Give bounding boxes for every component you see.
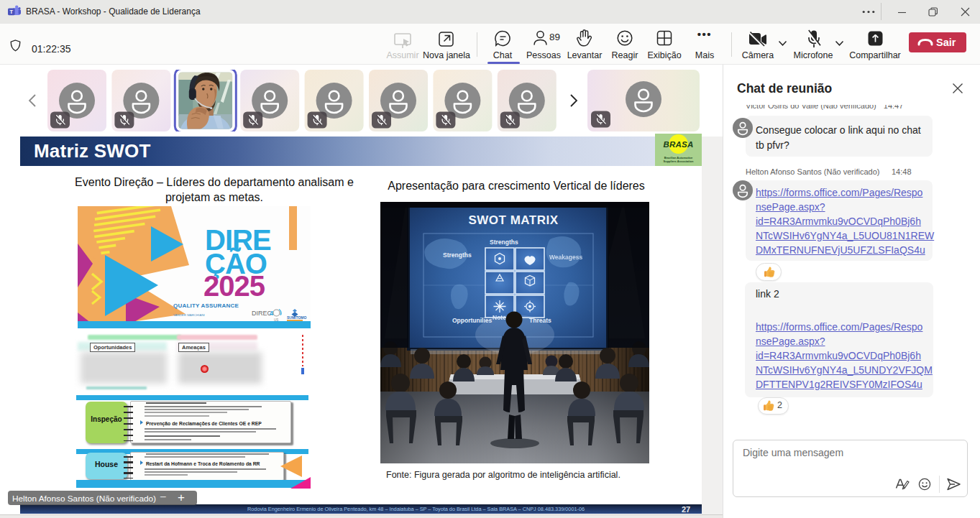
svg-text:VANDER MARCHIANI: VANDER MARCHIANI	[173, 313, 205, 317]
svg-text:Strengths: Strengths	[443, 251, 472, 259]
svg-text:Strengths: Strengths	[490, 239, 518, 246]
svg-text:SWOT MATRIX: SWOT MATRIX	[468, 213, 558, 227]
svg-text:T: T	[10, 9, 14, 15]
svg-text:QUALITY ASSURANCE: QUALITY ASSURANCE	[173, 302, 239, 309]
svg-text:Weakagess: Weakagess	[549, 254, 582, 261]
svg-text:SUMITOMO: SUMITOMO	[287, 315, 307, 320]
svg-text:4: 4	[270, 310, 273, 317]
svg-text:2025: 2025	[203, 270, 265, 302]
